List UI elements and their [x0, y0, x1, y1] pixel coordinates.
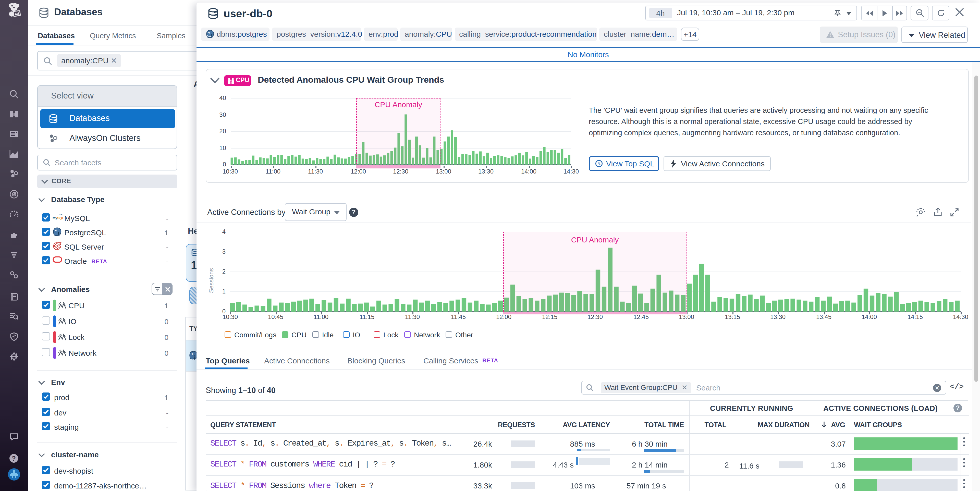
svg-text:MySQL: MySQL [52, 216, 63, 220]
svg-text:?: ? [12, 454, 16, 462]
